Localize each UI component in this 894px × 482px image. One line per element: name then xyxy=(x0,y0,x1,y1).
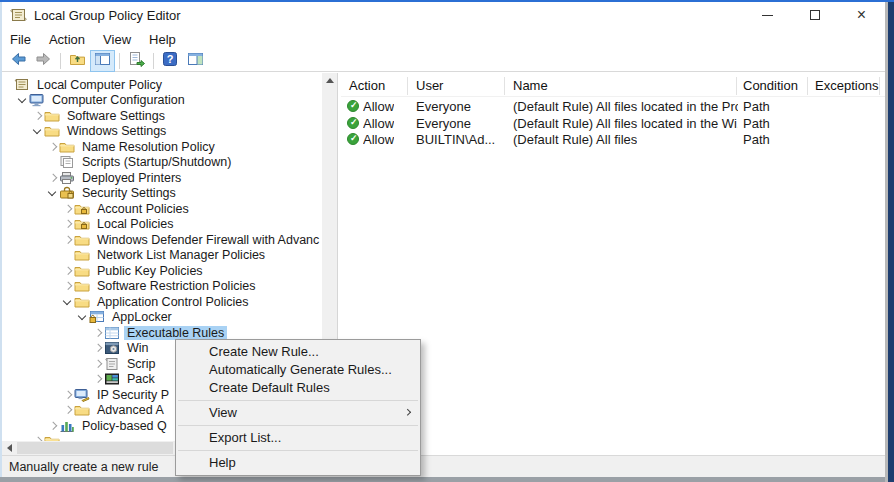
column-separator[interactable] xyxy=(504,77,505,95)
chevron-right-icon[interactable] xyxy=(47,141,59,153)
chevron-right-icon[interactable] xyxy=(62,389,74,401)
context-menu-item-view[interactable]: View xyxy=(176,404,420,422)
maximize-button[interactable] xyxy=(791,2,838,28)
column-separator[interactable] xyxy=(879,77,880,95)
tree-item-public-key-policies[interactable]: Public Key Policies xyxy=(2,263,322,279)
local-group-policy-editor-window: Local Group Policy Editor × FileActionVi… xyxy=(0,0,894,482)
tree-item-application-control-policies[interactable]: Application Control Policies xyxy=(2,294,322,310)
show-console-tree-button[interactable] xyxy=(91,51,114,71)
tree-item-local-computer-policy[interactable]: Local Computer Policy xyxy=(2,77,322,93)
chevron-right-icon[interactable] xyxy=(92,373,104,385)
tree-item-windows-settings[interactable]: Windows Settings xyxy=(2,124,322,140)
tree-item-security-settings[interactable]: Security Settings xyxy=(2,186,322,202)
chevron-right-icon[interactable] xyxy=(47,420,59,432)
cell-action: Allow xyxy=(363,99,394,114)
context-menu-item-create-new-rule[interactable]: Create New Rule... xyxy=(176,343,420,361)
tree-item-label: Windows Defender Firewall with Advanc xyxy=(94,233,322,247)
tree-item-scripts-startup-shutdown[interactable]: Scripts (Startup/Shutdown) xyxy=(2,155,322,171)
window-controls: × xyxy=(744,2,885,28)
table-row[interactable]: AllowEveryone(Default Rule) All files lo… xyxy=(341,116,885,132)
column-header-name[interactable]: Name xyxy=(513,78,548,93)
tree-item-label: Public Key Policies xyxy=(94,264,206,278)
menu-help[interactable]: Help xyxy=(140,29,185,50)
menu-action[interactable]: Action xyxy=(40,29,94,50)
folder-icon xyxy=(74,279,90,293)
toolbar: ? xyxy=(2,50,885,72)
tree-item-account-policies[interactable]: Account Policies xyxy=(2,201,322,217)
svg-text:?: ? xyxy=(167,53,174,65)
column-header-action[interactable]: Action xyxy=(349,78,385,93)
column-header-condition[interactable]: Condition xyxy=(743,78,798,93)
column-header-exceptions[interactable]: Exceptions xyxy=(815,78,879,93)
chevron-right-icon[interactable] xyxy=(62,280,74,292)
toolbar-separator xyxy=(60,53,61,69)
installer-rules-icon xyxy=(104,341,120,355)
status-text: Manually create a new rule xyxy=(9,460,158,474)
chevron-right-icon[interactable] xyxy=(92,358,104,370)
cell-action: Allow xyxy=(363,132,394,147)
forward-arrow-button[interactable] xyxy=(32,51,55,71)
tree-item-name-resolution-policy[interactable]: Name Resolution Policy xyxy=(2,139,322,155)
cell-user: BUILTIN\Ad... xyxy=(416,132,495,147)
help-button[interactable]: ? xyxy=(159,51,182,71)
context-menu-item-create-default-rules[interactable]: Create Default Rules xyxy=(176,379,420,397)
table-row[interactable]: AllowEveryone(Default Rule) All files lo… xyxy=(341,99,885,115)
minimize-button[interactable] xyxy=(744,2,791,28)
scroll-left-arrow-icon[interactable] xyxy=(2,441,17,455)
cell-name: (Default Rule) All files xyxy=(513,132,637,147)
chevron-right-icon[interactable] xyxy=(62,203,74,215)
chevron-right-icon[interactable] xyxy=(62,404,74,416)
menu-view[interactable]: View xyxy=(94,29,140,50)
cell-user: Everyone xyxy=(416,99,471,114)
chevron-down-icon[interactable] xyxy=(47,187,59,199)
tree-item-software-restriction-policies[interactable]: Software Restriction Policies xyxy=(2,279,322,295)
context-menu-item-automatically-generate-rules[interactable]: Automatically Generate Rules... xyxy=(176,361,420,379)
chevron-down-icon[interactable] xyxy=(77,311,89,323)
tree-item-local-policies[interactable]: Local Policies xyxy=(2,217,322,233)
tree-item-label: Advanced A xyxy=(94,403,167,417)
tree-item-applocker[interactable]: AppLocker xyxy=(2,310,322,326)
column-separator[interactable] xyxy=(736,77,737,95)
gpo-scroll-icon xyxy=(14,78,30,92)
scroll-up-arrow-icon[interactable] xyxy=(322,73,337,88)
chevron-right-icon[interactable] xyxy=(92,342,104,354)
up-one-level-button[interactable] xyxy=(66,51,89,71)
maximize-icon xyxy=(810,10,820,20)
column-separator[interactable] xyxy=(807,77,808,95)
cell-user: Everyone xyxy=(416,116,471,131)
folder-icon xyxy=(74,295,90,309)
horizontal-scroll-thumb[interactable] xyxy=(17,442,173,454)
table-row[interactable]: AllowBUILTIN\Ad...(Default Rule) All fil… xyxy=(341,132,885,148)
chevron-right-icon[interactable] xyxy=(92,327,104,339)
chevron-right-icon[interactable] xyxy=(62,234,74,246)
context-menu-item-export-list[interactable]: Export List... xyxy=(176,429,420,447)
chevron-right-icon[interactable] xyxy=(62,265,74,277)
list-column-headers: ActionUserNameConditionExceptions xyxy=(341,76,885,97)
chevron-right-icon[interactable] xyxy=(32,110,44,122)
chevron-down-icon[interactable] xyxy=(62,296,74,308)
column-separator[interactable] xyxy=(407,77,408,95)
tree-item-label: Software Settings xyxy=(64,109,168,123)
chevron-right-icon[interactable] xyxy=(47,172,59,184)
rules-list-pane: ActionUserNameConditionExceptions AllowE… xyxy=(341,73,885,455)
chevron-right-icon[interactable] xyxy=(62,218,74,230)
tree-item-windows-defender-firewall-with-advanc[interactable]: Windows Defender Firewall with Advanc xyxy=(2,232,322,248)
chevron-down-icon[interactable] xyxy=(32,125,44,137)
tree-item-network-list-manager-policies[interactable]: Network List Manager Policies xyxy=(2,248,322,264)
tree-item-computer-configuration[interactable]: Computer Configuration xyxy=(2,93,322,109)
cell-condition: Path xyxy=(743,132,770,147)
security-icon xyxy=(59,186,75,200)
export-list-button[interactable] xyxy=(125,51,148,71)
show-action-pane-button[interactable] xyxy=(184,51,207,71)
tree-item-label: Local Policies xyxy=(94,217,176,231)
close-button[interactable]: × xyxy=(838,2,885,28)
context-menu-item-help[interactable]: Help xyxy=(176,454,420,472)
allow-check-icon xyxy=(347,133,359,145)
tree-item-deployed-printers[interactable]: Deployed Printers xyxy=(2,170,322,186)
column-header-user[interactable]: User xyxy=(416,78,443,93)
menu-file[interactable]: File xyxy=(2,29,40,50)
allow-check-icon xyxy=(347,100,359,112)
back-arrow-button[interactable] xyxy=(7,51,30,71)
chevron-down-icon[interactable] xyxy=(17,94,29,106)
tree-item-software-settings[interactable]: Software Settings xyxy=(2,108,322,124)
